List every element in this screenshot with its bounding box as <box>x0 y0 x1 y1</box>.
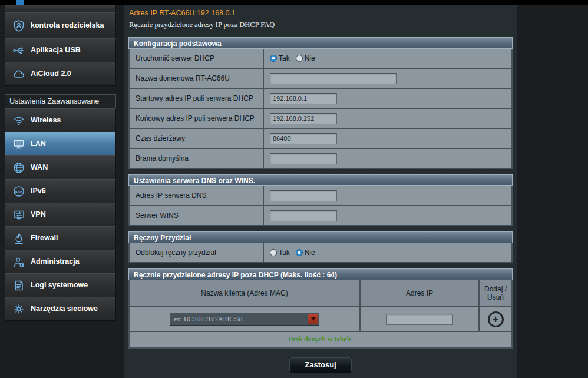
sidebar-item-label: Logi systemowe <box>31 281 88 289</box>
sidebar-item-aicloud[interactable]: AiCloud 2.0 <box>5 62 116 86</box>
sidebar-item-label: kontrola rodzicielska <box>31 21 104 29</box>
sidebar-item-wan[interactable]: WAN <box>5 155 116 180</box>
sidebar-item-parental-control[interactable]: kontrola rodzicielska <box>5 12 116 39</box>
sidebar-item-usb-application[interactable]: Aplikacja USB <box>5 38 116 62</box>
manual-ip-input[interactable] <box>386 314 453 325</box>
ipv6-icon: IPv6 <box>11 185 27 198</box>
faq-link[interactable]: Ręcznie przydzielone adresy IP poza DHCP… <box>129 21 275 29</box>
manual-table-header: Nazwa klienta (Adres MAC) Adres IP Dodaj… <box>130 280 511 306</box>
sidebar-item-label: Aplikacja USB <box>31 46 81 54</box>
manual-table-input-row: ex: BC:EE:7B:7A:BC:58 + <box>130 306 511 331</box>
field-label: Brama domyślna <box>130 149 264 168</box>
sidebar-item-lan[interactable]: LAN <box>5 132 116 156</box>
sidebar-item-label: VPN <box>31 210 46 218</box>
dhcp-enable-yes-radio[interactable] <box>270 55 277 62</box>
radio-label-no: Nie <box>305 54 315 62</box>
sidebar-item-firewall[interactable]: Firewall <box>5 226 116 250</box>
mac-address-select[interactable]: ex: BC:EE:7B:7A:BC:58 <box>170 313 319 326</box>
manual-ip-table-section: Ręcznie przydzielone adresy IP poza DHCP… <box>128 268 513 349</box>
manual-assignment-title: Ręczny Przydział <box>128 231 513 243</box>
add-entry-button[interactable]: + <box>488 311 504 327</box>
manual-assignment-section: Ręczny Przydział Odblokuj ręczny przydzi… <box>128 231 513 263</box>
wireless-icon <box>11 114 27 127</box>
usb-icon <box>11 44 27 57</box>
sidebar-item-label: Narzędzia sieciowe <box>31 304 98 313</box>
dhcp-enable-no-radio[interactable] <box>296 55 303 62</box>
radio-label-no: Nie <box>305 248 315 257</box>
svg-text:IPv6: IPv6 <box>15 190 22 193</box>
domain-name-input[interactable] <box>270 73 397 84</box>
vpn-icon <box>11 208 27 221</box>
table-row: Nazwa domenowa RT-AC66U <box>130 68 511 88</box>
sidebar-item-label: IPv6 <box>31 187 46 195</box>
sidebar-item-wireless[interactable]: Wireless <box>5 108 116 132</box>
device-ip-info: Adres IP RT-AC66U:192.168.0.1 <box>128 8 513 19</box>
dns-wins-section: Ustawienia serwera DNS oraz WINS. Adres … <box>128 174 513 226</box>
dhcp-pool-end-input[interactable] <box>270 113 337 124</box>
table-row: Brama domyślna <box>130 148 511 168</box>
field-label: Końcowy adres IP puli serwera DHCP <box>130 109 264 128</box>
table-row: Startowy adres IP puli serwera DHCP <box>130 88 511 108</box>
dns-wins-title: Ustawienia serwera DNS oraz WINS. <box>128 174 513 186</box>
top-bar <box>0 0 588 5</box>
table-row: Końcowy adres IP puli serwera DHCP <box>130 108 511 128</box>
field-label: Odblokuj ręczny przydział <box>130 243 264 262</box>
manual-ip-table-title: Ręcznie przydzielone adresy IP poza DHCP… <box>128 268 513 280</box>
sidebar-item-ipv6[interactable]: IPv6 IPv6 <box>5 179 116 203</box>
sidebar-item-label: Firewall <box>31 234 58 242</box>
dhcp-pool-start-input[interactable] <box>270 93 337 104</box>
main-content: Adres IP RT-AC66U:192.168.0.1 Ręcznie pr… <box>124 5 517 378</box>
column-header-ip: Adres IP <box>361 280 480 306</box>
system-log-icon <box>11 279 27 292</box>
table-row: Uruchomić serwer DHCP Tak Nie <box>130 49 511 68</box>
table-row: Serwer WINS <box>130 205 511 225</box>
sidebar-item-label: AiCloud 2.0 <box>31 69 71 78</box>
radio-label-yes: Tak <box>279 248 290 257</box>
lan-icon <box>11 138 27 151</box>
field-label: Startowy adres IP puli serwera DHCP <box>130 89 264 108</box>
cloud-icon <box>11 68 27 81</box>
table-row: Czas dzierżawy <box>130 128 511 148</box>
default-gateway-input[interactable] <box>270 153 337 164</box>
administration-icon <box>11 256 27 268</box>
manual-assign-no-radio[interactable] <box>296 249 303 256</box>
field-label: Adres IP serwera DNS <box>130 186 264 205</box>
sidebar-item-partial[interactable] <box>5 5 116 13</box>
sidebar-item-vpn[interactable]: VPN <box>5 203 116 227</box>
sidebar-item-system-log[interactable]: Logi systemowe <box>5 273 116 297</box>
sidebar-item-administration[interactable]: Administracja <box>5 250 116 274</box>
column-header-client: Nazwa klienta (Adres MAC) <box>130 280 361 306</box>
apply-button[interactable]: Zastosuj <box>289 357 352 373</box>
network-tools-icon <box>11 303 27 316</box>
column-header-add-remove: Dodaj / Usuń <box>480 280 511 306</box>
table-row: Odblokuj ręczny przydział Tak Nie <box>130 243 511 262</box>
firewall-icon <box>11 232 27 245</box>
field-label: Serwer WINS <box>130 206 264 225</box>
lease-time-input[interactable] <box>270 133 337 144</box>
sidebar-item-label: LAN <box>31 140 46 148</box>
manual-assign-yes-radio[interactable] <box>270 249 277 256</box>
field-label: Czas dzierżawy <box>130 129 264 148</box>
sidebar-item-label: WAN <box>31 163 48 171</box>
sidebar-item-label: Wireless <box>31 116 61 124</box>
field-label: Nazwa domenowa RT-AC66U <box>130 69 264 88</box>
radio-label-yes: Tak <box>279 54 290 62</box>
sidebar-item-label: Administracja <box>31 257 80 266</box>
top-bar-icon <box>16 0 24 5</box>
dns-server-input[interactable] <box>270 190 337 201</box>
table-row: Adres IP serwera DNS <box>130 186 511 205</box>
basic-config-title: Konfiguracja podstawowa <box>128 37 513 49</box>
wan-icon <box>11 161 27 174</box>
field-label: Uruchomić serwer DHCP <box>130 49 264 68</box>
empty-table-message: Brak danych w tabeli. <box>130 331 511 347</box>
sidebar-section-advanced: Ustawienia Zaawansowane <box>5 94 116 108</box>
mac-address-select-value: ex: BC:EE:7B:7A:BC:58 <box>170 316 308 323</box>
wins-server-input[interactable] <box>270 210 337 221</box>
sidebar-item-network-tools[interactable]: Narzędzia sieciowe <box>5 297 116 321</box>
sidebar: kontrola rodzicielska Aplikacja USB AiCl… <box>5 5 116 321</box>
basic-config-section: Konfiguracja podstawowa Uruchomić serwer… <box>128 37 513 169</box>
parental-control-icon <box>11 19 27 32</box>
dropdown-arrow-icon <box>308 314 318 324</box>
